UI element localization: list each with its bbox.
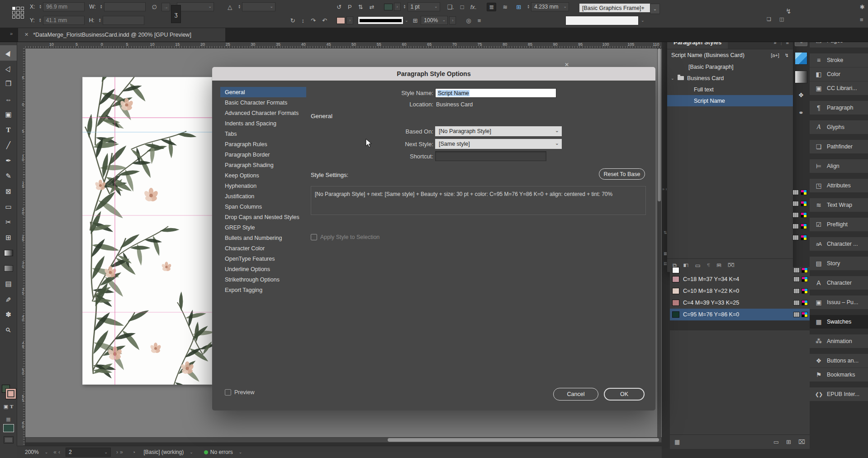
gap-value-field[interactable]: 4.233 mm [531, 2, 569, 11]
x-input[interactable]: 96.9 mm [43, 2, 85, 11]
tab-close-icon[interactable]: ✕ [24, 32, 28, 38]
dialog-section-item[interactable]: Keep Options [220, 170, 306, 181]
frame-tool[interactable]: ⊠ [0, 184, 17, 199]
shear-stepper[interactable]: ▲▼ [238, 3, 242, 11]
gradient-panel-icon[interactable] [795, 71, 807, 83]
rotate-ccw-icon[interactable]: ↺ [337, 4, 342, 10]
new-color-group-icon[interactable]: ▭ [773, 439, 779, 445]
control-bar-menu-icon[interactable]: ≡ [860, 16, 863, 23]
preview-checkbox[interactable] [225, 389, 231, 396]
dialog-section-item[interactable]: Justification [220, 191, 306, 201]
layers-panel-icon[interactable]: ❖ [795, 89, 807, 101]
shortcut-input[interactable] [435, 151, 546, 161]
dock-item-preflight[interactable]: ☑Preflight [810, 218, 868, 231]
text-wrap-none-icon[interactable]: ◎ [466, 17, 471, 24]
gradient-tool[interactable] [0, 245, 17, 261]
horizontal-scrollbar[interactable] [25, 437, 662, 443]
dialog-section-item[interactable]: Tabs [220, 129, 306, 139]
wh-link-icon[interactable]: ʒ [171, 5, 181, 23]
text-frame-options-icon[interactable]: ≋ [503, 4, 508, 10]
object-style-chevron-icon[interactable]: ⌄ [650, 4, 660, 14]
stroke-weight-dropdown[interactable]: 1 pt [408, 2, 440, 11]
frame-grid-icon[interactable]: ⊞ [516, 4, 521, 10]
scale-expand[interactable]: › [449, 16, 456, 24]
select-container-icon[interactable]: ↕ [302, 17, 305, 24]
dock-item-cc-libraries[interactable]: ▣CC Librari... [810, 81, 868, 95]
dialog-title-bar[interactable]: Paragraph Style Options [212, 67, 655, 81]
gap-tool[interactable]: ⇔ [0, 91, 17, 107]
fill-color-swatch[interactable] [337, 17, 345, 24]
dialog-section-item[interactable]: GREP Style [220, 222, 306, 233]
swatch-row[interactable]: C=4 M=39 Y=33 K=25 [670, 297, 810, 309]
stroke-color-expand[interactable]: › [394, 3, 401, 11]
based-on-dropdown[interactable]: [No Paragraph Style] [435, 126, 562, 136]
dock-item-glyphs[interactable]: AGlyphs [810, 120, 868, 134]
new-swatch-icon[interactable]: ⊞ [786, 439, 791, 445]
show-swatch-kinds-icon[interactable]: ▦ [674, 439, 680, 445]
gap-stepper[interactable]: ▲▼ [527, 3, 531, 11]
rotate-90cw-icon[interactable]: ↷ [311, 17, 316, 24]
dock-item-stroke[interactable]: ≡Stroke [810, 53, 868, 67]
dock-item-issuu[interactable]: ▣Issuu – Pu... [810, 296, 868, 309]
paragraph-style-item[interactable]: Script Name [667, 95, 793, 106]
stroke-weight-stepper[interactable]: ▲▼ [403, 3, 408, 11]
rotation-angle-dropdown[interactable] [177, 2, 214, 11]
effects-icon[interactable]: fx. [470, 4, 477, 10]
apply-gradient-button[interactable]: ▦ [0, 416, 17, 422]
rotate-90ccw-icon[interactable]: ↶ [322, 17, 327, 24]
line-tool[interactable]: ╱ [0, 138, 17, 153]
dock-item-character-styles[interactable]: aACharacter ... [810, 237, 868, 251]
color-panel-icon[interactable] [795, 52, 807, 65]
fill-color-expand[interactable]: › [346, 16, 353, 24]
dialog-section-item[interactable]: Character Color [220, 243, 306, 253]
dialog-section-item[interactable]: Indents and Spacing [220, 118, 306, 129]
stroke-color-swatch[interactable] [384, 4, 393, 10]
dialog-section-item[interactable]: Paragraph Border [220, 149, 306, 160]
dock-item-color[interactable]: ◧Color [810, 67, 868, 81]
hand-tool[interactable]: ✽ [0, 307, 17, 322]
dock-item-epub[interactable]: ❮❯EPUB Inter... [810, 387, 868, 401]
gradient-feather-tool[interactable] [0, 261, 17, 276]
swatch-row[interactable]: C=95 M=76 Y=86 K=0 [670, 309, 810, 320]
scale-icon[interactable]: ⊞ [413, 17, 417, 24]
dock-item-align[interactable]: ⊨Align [810, 159, 868, 173]
tab-overflow-icon[interactable]: » [10, 31, 13, 36]
dock-item-animation[interactable]: ⁂Animation [810, 334, 868, 348]
snippet-icon[interactable]: ❏ [767, 16, 771, 22]
dialog-section-item[interactable]: Basic Character Formats [220, 97, 306, 108]
paragraph-composer-icon[interactable]: P [348, 4, 352, 10]
dock-item-text-wrap[interactable]: ≋Text Wrap [810, 198, 868, 212]
w-stepper[interactable]: ▲▼ [100, 3, 104, 11]
w-input[interactable] [104, 2, 146, 11]
dialog-section-item[interactable]: Span Columns [220, 201, 306, 212]
vertical-ruler[interactable]: 505101520253035404550556065 [17, 48, 25, 446]
selection-tool[interactable]: ▶ [0, 45, 17, 61]
x-stepper[interactable]: ▲▼ [39, 3, 43, 11]
swatch-row[interactable]: C=10 M=18 Y=22 K=0 [670, 285, 810, 297]
dialog-section-item[interactable]: Hyphenation [220, 181, 306, 191]
scissors-tool[interactable]: ✂ [0, 215, 17, 230]
flip-vertical-icon[interactable]: ⇅ [358, 4, 363, 10]
paragraph-style-item[interactable]: ⌄Business Card [667, 72, 793, 84]
dock-item-bookmarks[interactable]: ⚑Bookmarks [810, 367, 868, 382]
y-input[interactable]: 41.1 mm [43, 16, 85, 25]
dock-item-character[interactable]: ACharacter [810, 276, 868, 290]
horizontal-ruler[interactable]: 1050510152025303540455055606570758085909… [25, 42, 662, 48]
zoom-tool[interactable]: ⚲ [0, 322, 17, 338]
constrain-proportions-icon[interactable]: ∅ [152, 4, 157, 10]
screen-mode-button[interactable] [4, 436, 14, 444]
dialog-section-item[interactable]: Paragraph Shading [220, 160, 306, 170]
dialog-section-item[interactable]: General [220, 87, 306, 97]
rotate-cw-icon[interactable]: ↻ [290, 17, 295, 24]
direct-selection-tool[interactable]: ▷ [0, 61, 17, 76]
dock-item-attributes[interactable]: ◳Attributes [810, 179, 868, 192]
preflight-menu-icon[interactable]: ◔ [132, 449, 136, 456]
first-page-icon[interactable]: « [53, 449, 57, 455]
dialog-section-item[interactable]: Strikethrough Options [220, 274, 306, 285]
apply-color-button[interactable] [3, 424, 14, 432]
swatch-row-paper[interactable] [670, 267, 810, 273]
page-number-field[interactable]: 2⌄ [66, 448, 111, 457]
eyedropper-tool[interactable]: ✐ [0, 291, 17, 307]
last-page-icon[interactable]: » [120, 449, 123, 455]
dialog-section-item[interactable]: Paragraph Rules [220, 139, 306, 149]
